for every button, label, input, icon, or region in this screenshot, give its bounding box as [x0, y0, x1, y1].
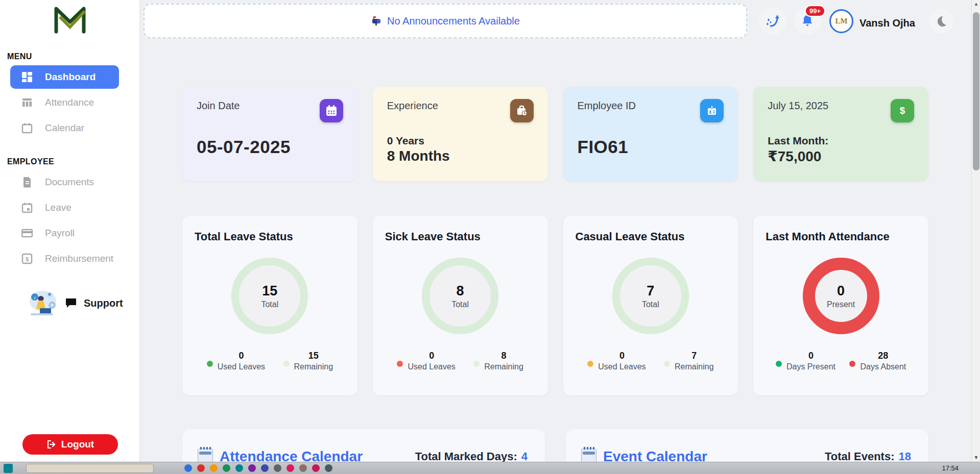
sidebar-item-reimbursement[interactable]: $ Reimbursement — [10, 247, 119, 270]
calendar-pad-icon — [581, 448, 596, 462]
ai-assistant-button[interactable] — [759, 7, 786, 35]
sidebar-item-label: Attendance — [45, 97, 94, 108]
stat-label: Join Date — [197, 100, 240, 112]
sidebar-item-support[interactable]: ♪ Support — [0, 290, 139, 316]
legend-value: 0 — [598, 351, 646, 361]
sidebar-item-label: Leave — [45, 202, 71, 213]
sidebar-item-calendar[interactable]: Calendar — [10, 116, 119, 140]
status-card-total-leave: Total Leave Status 15 Total 0Used Leaves… — [182, 216, 357, 395]
attendance-meta-label: Total Marked Days: — [415, 450, 517, 462]
taskbar-app-icon[interactable] — [210, 464, 218, 472]
sidebar-item-leave[interactable]: Leave — [10, 196, 119, 219]
taskbar-app-icon[interactable] — [325, 464, 332, 472]
sidebar-item-label: Calendar — [45, 122, 84, 134]
status-card-title: Sick Leave Status — [385, 230, 536, 243]
user-name: Vansh Ojha — [859, 17, 915, 29]
legend-label: Remaining — [484, 362, 523, 371]
legend-dot — [473, 361, 480, 367]
svg-text:$: $ — [26, 256, 29, 262]
briefcase-clock-icon — [510, 99, 534, 122]
legend-value: 28 — [860, 351, 906, 361]
legend-value: 7 — [675, 351, 713, 361]
sidebar-item-label: Dashboard — [45, 71, 95, 83]
dashboard-grid-icon — [21, 71, 33, 83]
stat-subvalue: 0 Years — [387, 135, 534, 147]
event-meta-value: 18 — [899, 450, 911, 462]
legend-used-leaves: 0Used Leaves — [587, 351, 646, 371]
taskbar-app-icon[interactable] — [261, 464, 269, 472]
taskbar-app-icon[interactable] — [274, 464, 281, 472]
scroll-up-arrow[interactable]: ▲ — [972, 0, 980, 8]
stat-card-employee-id: Employee ID FIO61 — [563, 87, 738, 181]
taskbar-app-icon[interactable] — [235, 464, 243, 472]
stat-card-row: Join Date 05-07-2025 Experience 0 Years … — [182, 87, 928, 181]
legend-label: Days Present — [786, 362, 835, 371]
taskbar-window-button[interactable] — [26, 464, 154, 473]
logout-icon — [46, 440, 56, 449]
sick-leave-donut-chart: 8 Total — [422, 258, 498, 334]
legend-used-leaves: 0Used Leaves — [397, 351, 455, 371]
sidebar-section-menu: MENU — [7, 52, 139, 61]
sidebar-item-attendance[interactable]: Attendance — [10, 91, 119, 114]
sidebar-item-label: Reimbursement — [45, 253, 113, 264]
status-card-title: Total Leave Status — [195, 230, 345, 243]
main-content: Join Date 05-07-2025 Experience 0 Years … — [139, 0, 971, 462]
announcement-banner[interactable]: No Announcements Available — [144, 4, 747, 38]
svg-text:♪: ♪ — [34, 295, 36, 300]
avatar-monogram: LM — [835, 17, 847, 26]
taskbar-app-icon[interactable] — [223, 464, 230, 472]
taskbar-clock: 17:54 — [942, 464, 959, 472]
sparkle-arrow-icon — [765, 13, 780, 29]
taskbar-app-icon[interactable] — [197, 464, 205, 472]
page-scrollbar[interactable]: ▲ ▼ — [971, 0, 980, 462]
legend-days-absent: 28Days Absent — [849, 351, 906, 371]
logout-button[interactable]: Logout — [22, 434, 118, 455]
moon-icon — [935, 15, 948, 28]
legend-label: Used Leaves — [408, 362, 455, 371]
sidebar-item-documents[interactable]: Documents — [10, 170, 119, 194]
legend-dot — [207, 361, 213, 367]
dark-mode-toggle[interactable] — [928, 9, 953, 34]
scrollbar-thumb[interactable] — [973, 12, 979, 170]
taskbar-start-icon[interactable] — [4, 464, 13, 473]
attendance-calendar-card: Attendance Calendar Total Marked Days:4 — [182, 429, 545, 462]
taskbar-app-icon[interactable] — [286, 464, 294, 472]
stat-label: July 15, 2025 — [768, 100, 828, 112]
taskbar-app-icon[interactable] — [299, 464, 307, 472]
legend-remaining: 8Remaining — [473, 351, 523, 371]
legend-value: 15 — [294, 351, 333, 361]
stat-subvalue: Last Month: — [768, 135, 914, 147]
calendar-pad-icon — [198, 448, 213, 462]
notifications-button[interactable]: 99+ — [794, 7, 821, 35]
taskbar-app-icons — [184, 464, 332, 472]
stat-value: ₹75,000 — [768, 148, 914, 165]
calendar-icon — [21, 122, 33, 134]
casual-leave-donut-chart: 7 Total — [612, 258, 689, 334]
sidebar-item-payroll[interactable]: Payroll — [10, 221, 119, 245]
legend-dot — [283, 361, 290, 367]
stat-value: FIO61 — [578, 137, 724, 157]
sidebar: MENU Dashboard Attendance Calendar EMPLO… — [0, 0, 139, 462]
status-card-sick-leave: Sick Leave Status 8 Total 0Used Leaves 8… — [373, 216, 548, 395]
legend-days-present: 0Days Present — [776, 351, 835, 371]
taskbar-app-icon[interactable] — [248, 464, 256, 472]
taskbar-app-icon[interactable] — [312, 464, 320, 472]
scroll-down-arrow[interactable]: ▼ — [972, 454, 980, 462]
legend-label: Days Absent — [860, 362, 906, 371]
taskbar-app-icon[interactable] — [184, 464, 192, 472]
donut-label: Total — [451, 300, 469, 309]
event-calendar-title: Event Calendar — [603, 448, 707, 462]
sidebar-item-label: Documents — [45, 177, 94, 188]
legend-value: 0 — [408, 351, 455, 361]
dollar-square-icon: $ — [21, 253, 33, 264]
user-avatar[interactable]: LM — [829, 9, 853, 33]
legend-value: 0 — [786, 351, 835, 361]
event-calendar-card: Event Calendar Total Events:18 — [566, 429, 928, 462]
total-leave-donut-chart: 15 Total — [231, 258, 308, 334]
sidebar-item-dashboard[interactable]: Dashboard — [10, 65, 119, 89]
legend-dot — [397, 361, 403, 367]
legend-label: Remaining — [675, 362, 713, 371]
support-label: Support — [84, 297, 123, 309]
donut-label: Total — [261, 300, 278, 309]
legend-label: Used Leaves — [218, 362, 265, 371]
